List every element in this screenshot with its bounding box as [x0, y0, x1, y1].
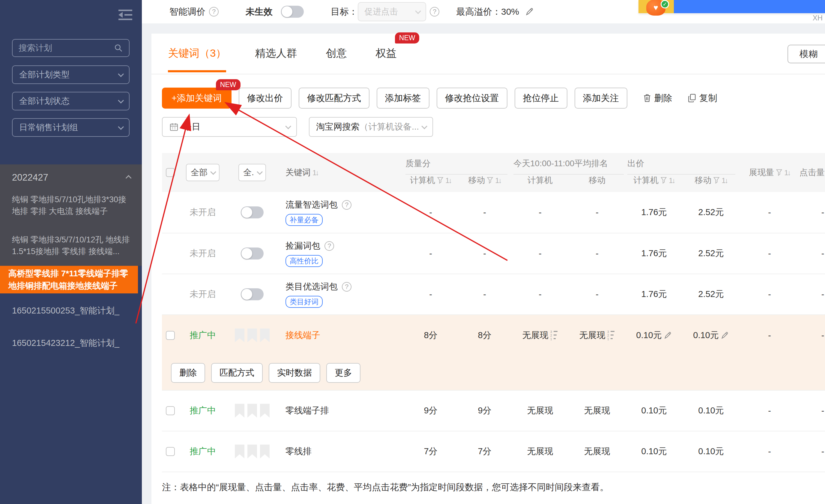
edit-pencil-icon[interactable] — [721, 331, 729, 340]
table-row-keyword[interactable]: 推广中 接线端子 8分 8分 无展现321 无展现321 0.10元 0.10元… — [162, 315, 825, 356]
sort-icon[interactable] — [720, 175, 727, 185]
match-filter-select[interactable]: 全. — [238, 164, 266, 181]
cell-rank-pc: 无展现321 — [512, 330, 569, 341]
bookmark-flags-icon[interactable] — [235, 329, 270, 342]
filter-funnel-icon[interactable] — [437, 177, 444, 184]
rank-list-icon[interactable]: 321 — [550, 330, 558, 341]
banner-text-fragment: XH — [813, 14, 823, 22]
cell-bid-pc: 0.10元 — [625, 445, 683, 457]
channel-value: 淘宝网搜索 — [316, 121, 360, 133]
row-status: 未开启 — [179, 288, 227, 300]
table-row-keyword[interactable]: 推广中 零线排 7分 7分 无展现 无展现 0.10元 0.10元 - - — [162, 431, 825, 472]
channel-select[interactable]: 淘宝网搜索（计算机设备... — [309, 117, 433, 137]
table-row-word-pack[interactable]: 未开启 捡漏词包 高性价比 - - - - 1.76元 2.52元 - - — [162, 233, 825, 274]
sidebar-smart-plan-item[interactable]: 1650215423212_智能计划_ — [12, 337, 119, 349]
status-filter-select[interactable]: 全部 — [186, 164, 220, 181]
table-row-word-pack[interactable]: 未开启 类目优选词包 类目好词 - - - - 1.76元 2.52元 - - — [162, 274, 825, 314]
column-header-bid-mobile[interactable]: 移动 — [683, 174, 740, 192]
table-row-keyword[interactable]: 推广中 零线端子排 9分 9分 无展现 无展现 0.10元 0.10元 - - — [162, 390, 825, 431]
sort-icon[interactable] — [493, 175, 501, 185]
help-icon[interactable] — [209, 7, 219, 16]
chevron-down-icon — [210, 169, 216, 175]
add-keyword-button[interactable]: +添加关键词 NEW — [162, 88, 231, 109]
sidebar-plan-item[interactable]: 纯铜 零地排5/7/10孔地排3*30接地排 零排 大电流 接线端子 — [12, 194, 134, 217]
filter-funnel-icon[interactable] — [713, 177, 720, 184]
date-range-select[interactable]: 今日 — [162, 117, 297, 137]
word-pack-tag: 类目好词 — [286, 296, 323, 308]
sort-icon[interactable] — [444, 175, 451, 185]
add-watch-button[interactable]: 添加关注 — [575, 88, 627, 109]
sidebar-collapse-icon[interactable] — [119, 9, 132, 21]
column-header-qs-mobile[interactable]: 移动 — [458, 174, 512, 192]
bookmark-flags-icon[interactable] — [235, 445, 270, 458]
word-pack-toggle[interactable] — [241, 247, 264, 260]
bookmark-flags-icon[interactable] — [235, 404, 270, 418]
word-pack-name[interactable]: 类目优选词包 — [286, 281, 338, 293]
modify-bid-button[interactable]: 修改出价 — [239, 88, 292, 109]
row-delete-button[interactable]: 删除 — [171, 363, 205, 383]
word-pack-name[interactable]: 捡漏词包 — [286, 240, 320, 252]
edit-pencil-icon[interactable] — [664, 331, 672, 340]
word-pack-toggle[interactable] — [241, 206, 264, 218]
table-row-word-pack[interactable]: 未开启 流量智选词包 补量必备 - - - - 1.76元 2.52元 - - — [162, 192, 825, 233]
promo-banner[interactable]: ♥ — [639, 0, 825, 13]
cell-qs-pc: - — [404, 289, 458, 299]
filter-funnel-icon[interactable] — [776, 169, 782, 176]
modify-match-button[interactable]: 修改匹配方式 — [299, 88, 369, 109]
keyword-name[interactable]: 零线排 — [286, 445, 312, 457]
sidebar-plan-item-selected[interactable]: 高桥型零线排 7*11零线端子排零地排铜排配电箱接地接线端子 — [0, 266, 138, 293]
sort-icon[interactable] — [311, 168, 318, 177]
help-icon[interactable] — [342, 282, 352, 292]
plan-type-select[interactable]: 全部计划类型 — [12, 65, 130, 84]
plan-status-select[interactable]: 全部计划状态 — [12, 92, 130, 111]
row-checkbox[interactable] — [166, 406, 175, 415]
cell-qs-pc: - — [404, 249, 458, 259]
row-more-button[interactable]: 更多 — [326, 363, 361, 383]
chevron-down-icon — [421, 123, 427, 129]
row-status: 未开启 — [179, 206, 227, 218]
plan-group-select[interactable]: 日常销售计划组 — [12, 118, 130, 137]
column-header-impressions[interactable]: 展现量 — [740, 167, 800, 178]
help-icon[interactable] — [324, 241, 334, 251]
tab-creative[interactable]: 创意 — [326, 46, 347, 72]
search-plan-input[interactable]: 搜索计划 — [12, 39, 130, 57]
sort-icon[interactable] — [667, 175, 674, 185]
column-header-bid-pc[interactable]: 计算机 — [625, 174, 683, 192]
keyword-name[interactable]: 零线端子排 — [286, 405, 329, 417]
row-checkbox[interactable] — [166, 331, 175, 340]
select-all-checkbox[interactable] — [166, 168, 175, 177]
plan-group-header[interactable]: 2022427 — [12, 172, 131, 183]
add-tag-button[interactable]: 添加标签 — [377, 88, 430, 109]
svg-text:3: 3 — [550, 330, 552, 334]
tab-audience[interactable]: 精选人群 — [255, 46, 297, 72]
help-icon[interactable] — [342, 200, 352, 210]
column-header-qs-pc[interactable]: 计算机 — [404, 174, 458, 192]
keyword-name[interactable]: 接线端子 — [286, 330, 320, 341]
stop-rank-grab-button[interactable]: 抢位停止 — [515, 88, 568, 109]
target-select[interactable]: 促进点击 — [358, 2, 426, 21]
row-match-type-button[interactable]: 匹配方式 — [211, 363, 263, 383]
fuzzy-button[interactable]: 模糊 — [788, 45, 825, 63]
sidebar-smart-plan-item[interactable]: 1650215500253_智能计划_ — [12, 305, 119, 317]
column-header-clicks[interactable]: 点击量 — [800, 167, 825, 178]
chevron-down-icon — [257, 169, 263, 175]
sort-icon[interactable] — [782, 168, 790, 177]
filter-funnel-icon[interactable] — [487, 177, 493, 184]
column-header-keyword[interactable]: 关键词 — [278, 167, 404, 178]
tab-benefits[interactable]: 权益 NEW — [375, 46, 396, 72]
row-checkbox[interactable] — [166, 447, 175, 456]
cell-clicks: - — [800, 447, 825, 456]
copy-link[interactable]: 复制 — [688, 92, 717, 104]
help-icon[interactable] — [430, 7, 439, 16]
rank-list-icon[interactable]: 321 — [607, 330, 615, 341]
tab-keywords[interactable]: 关键词（3） — [168, 46, 226, 72]
row-realtime-data-button[interactable]: 实时数据 — [269, 363, 320, 383]
word-pack-toggle[interactable] — [241, 288, 264, 300]
modify-rank-grab-button[interactable]: 修改抢位设置 — [437, 88, 507, 109]
sidebar-plan-item[interactable]: 纯铜 零地排3/5/7/10/12孔 地线排1.5*15接地排 零线排 接线端.… — [12, 234, 134, 258]
smart-pricing-toggle[interactable] — [281, 6, 304, 18]
edit-pencil-icon[interactable] — [525, 7, 534, 16]
delete-link[interactable]: 删除 — [643, 92, 672, 104]
word-pack-name[interactable]: 流量智选词包 — [286, 199, 338, 211]
filter-funnel-icon[interactable] — [660, 177, 667, 184]
